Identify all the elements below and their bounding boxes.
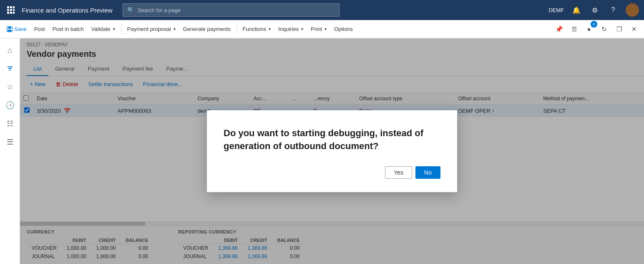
no-button[interactable]: No <box>415 166 440 179</box>
clock-icon[interactable]: 🕓 <box>2 97 18 114</box>
search-input[interactable] <box>138 7 335 13</box>
toolbar: Save Post Post in batch Validate Payment… <box>0 20 644 38</box>
search-icon: 🔍 <box>127 7 134 13</box>
grid-menu-icon[interactable] <box>5 4 17 16</box>
pin-icon[interactable]: 📌 <box>552 23 566 36</box>
save-button[interactable]: Save <box>3 22 30 37</box>
svg-rect-2 <box>13 6 15 8</box>
yes-button[interactable]: Yes <box>385 166 412 179</box>
svg-rect-6 <box>7 12 9 14</box>
home-icon[interactable]: ⌂ <box>2 42 18 58</box>
validate-button[interactable]: Validate <box>88 22 118 37</box>
payment-proposal-button[interactable]: Payment proposal <box>124 22 179 37</box>
close-icon[interactable]: ✕ <box>627 23 641 36</box>
svg-rect-8 <box>13 12 15 14</box>
star-icon[interactable]: ☆ <box>2 79 18 95</box>
svg-rect-1 <box>10 6 12 8</box>
modal-buttons: Yes No <box>224 166 440 179</box>
avatar[interactable] <box>626 3 639 17</box>
left-sidebar: ⌂ ☆ 🕓 ☷ ☰ <box>0 38 20 264</box>
inquiries-button[interactable]: Inquiries <box>275 22 307 37</box>
svg-rect-5 <box>13 9 15 11</box>
functions-button[interactable]: Functions <box>239 22 274 37</box>
filter-icon[interactable] <box>2 60 18 77</box>
print-button[interactable]: Print <box>307 22 330 37</box>
grid-icon[interactable]: ☷ <box>2 115 18 132</box>
main-content: 00127 : VENDPAY Vendor payments List Gen… <box>20 38 644 264</box>
options-button[interactable]: Options <box>331 22 356 37</box>
svg-rect-7 <box>10 12 12 14</box>
notification-icon[interactable]: 🔔 <box>571 4 582 16</box>
svg-rect-3 <box>7 9 9 11</box>
refresh-icon[interactable]: ↻ <box>597 23 611 36</box>
sidebar-toggle-icon[interactable]: ☰ <box>567 23 581 36</box>
badge-icon[interactable]: ● 0 <box>582 23 596 36</box>
modal-overlay: Do you want to starting debugging, inste… <box>20 38 644 264</box>
app-title: Finance and Operations Preview <box>22 7 113 14</box>
settings-icon[interactable]: ⚙ <box>589 4 601 16</box>
svg-rect-11 <box>8 30 11 31</box>
svg-rect-4 <box>10 9 12 11</box>
toolbar-separator-2 <box>236 24 237 34</box>
svg-rect-0 <box>7 6 9 8</box>
svg-rect-10 <box>8 27 11 29</box>
post-in-batch-button[interactable]: Post in batch <box>49 22 87 37</box>
help-icon[interactable]: ? <box>607 4 619 16</box>
modal-message: Do you want to starting debugging, inste… <box>224 127 440 153</box>
modal-dialog: Do you want to starting debugging, inste… <box>207 110 457 192</box>
expand-icon[interactable]: ❐ <box>612 23 626 36</box>
generate-payments-button[interactable]: Generate payments <box>180 22 234 37</box>
user-label: DEMF <box>548 7 564 13</box>
list-icon[interactable]: ☰ <box>2 134 18 150</box>
pin-icon-wrapper[interactable]: 📌 <box>552 23 566 36</box>
post-button[interactable]: Post <box>31 22 48 37</box>
toolbar-separator-1 <box>121 24 121 34</box>
search-bar[interactable]: 🔍 <box>123 3 340 17</box>
